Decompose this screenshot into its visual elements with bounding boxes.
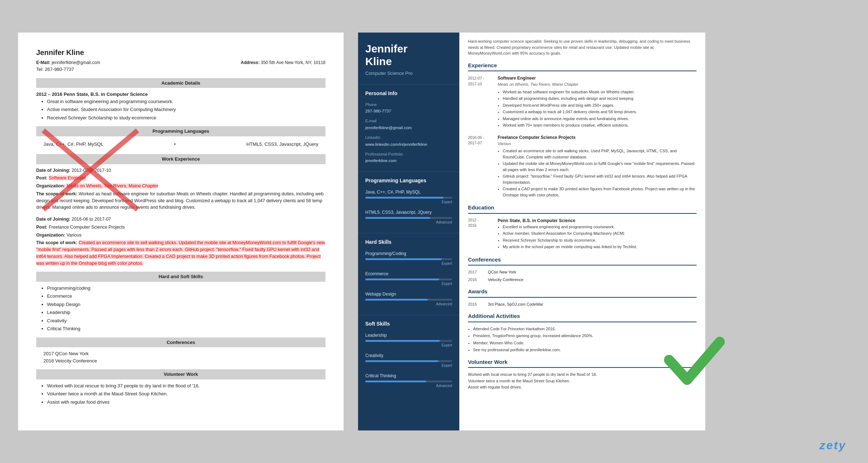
list-item: Received Schreyer Scholarship to study e… [47,114,326,122]
exp-bullets: Created an ecommerce site to sell walkin… [503,148,697,198]
portfolio-value: jenniferkline.com [365,158,452,164]
skill-bar-fill [365,197,443,199]
left-skills-title: Hard and Soft Skills [36,272,326,282]
left-contact-row: E-Mail: jenniferfkline@gmail.com Address… [36,59,326,66]
exp-title: Freelance Computer Science Projects [498,134,697,141]
exp-org: Meals on Wheels, Two Rivers, Maine Chapt… [498,81,697,88]
list-item: Customized a webapp to track all 1,047 d… [503,109,697,115]
conf-item: 2016 Velocity Conference [468,277,697,283]
exp-dates: 2012-07 -2017-10 [468,75,493,129]
right-name: JenniferKline [365,43,452,68]
skill-name: HTML5, CSS3, Javascript, JQuery [365,209,452,216]
skill-bar-bg [365,279,452,280]
skill-level: Advanced [365,220,452,225]
skill-bar-fill [365,381,426,382]
resume-left: Jennifer Kline E-Mail: jenniferfkline@gm… [18,33,344,430]
volunteer-section-title: Volunteer Work [468,358,697,368]
resume-main-content: Hard-working computer science specialist… [459,33,705,430]
soft-skills-title: Soft Skills [365,320,452,328]
skill-level: Advanced [365,383,452,388]
list-item: Volunteer twice a month at the Maud Stre… [47,390,326,398]
skill-level: Expert [365,261,452,266]
resume-sidebar: JenniferKline Computer Science Pro Perso… [358,33,459,430]
list-item: Great in software engineering and progra… [47,98,326,105]
skill-bar-fill [365,258,442,260]
skill-bar-bg [365,381,452,382]
skill-name: Leadership [365,332,452,339]
left-academic-title: Academic Details [36,78,326,88]
left-lang-title: Programming Languages [36,126,326,136]
left-volunteer-list: Worked with local rescue to bring 37 peo… [47,382,326,406]
sidebar-hard-skills: Hard Skills Programming/Coding Expert Ec… [358,233,459,315]
list-item: Critical Thinking [47,325,326,332]
list-item: Active member, Student Association for C… [503,230,697,237]
skill-level: Expert [365,281,452,286]
left-header: Jennifer Kline E-Mail: jenniferfkline@gm… [36,47,326,73]
list-item: Creativity [47,317,326,324]
resume-right: JenniferKline Computer Science Pro Perso… [358,33,705,430]
skill-name: Webapp Design [365,291,452,297]
skill-row: Java, C++, C#, PHP, MySQL Expert [365,189,452,205]
list-item: My article in the school paper on mobile… [503,244,697,250]
exp-bullets: Worked as head software engineer for sub… [503,89,697,128]
skill-row: HTML5, CSS3, Javascript, JQuery Advanced [365,209,452,225]
exp-details: Software Engineer Meals on Wheels, Two R… [498,75,697,129]
skill-level: Advanced [365,301,452,307]
list-item: Webapp Design [47,301,326,308]
exp-item-2: 2016-06 -2017-07 Freelance Computer Scie… [468,134,697,199]
summary-text: Hard-working computer science specialist… [468,38,697,56]
awards-section-title: Awards [468,288,697,298]
portfolio-label: Professional Portfolio [365,151,452,157]
list-item: See my professional portfolio at jennife… [473,347,697,353]
education-section-title: Education [468,204,697,214]
list-item: Handled all programming duties, includin… [503,95,697,102]
list-item: 2016 Velocity Conference [43,357,326,365]
list-item: Received Schreyer Scholarship to study e… [503,237,697,243]
skill-bar-fill [365,217,430,219]
left-email: E-Mail: jenniferfkline@gmail.com [36,59,100,66]
left-work2: Date of Joining: 2016-06 to 2017-07 Post… [36,216,326,267]
right-title: Computer Science Pro [365,70,452,77]
skill-name: Java, C++, C#, PHP, MySQL [365,189,452,195]
skill-bar-bg [365,217,452,219]
list-item: Excelled in software engineering and pro… [503,224,697,230]
left-address: Address: 350 5th Ave New York, NY, 10118 [241,59,326,66]
skill-row: Programming/Coding Expert [365,250,452,266]
skill-row: Critical Thinking Advanced [365,373,452,388]
skill-row: Creativity Expert [365,352,452,368]
skill-bar-bg [365,360,452,362]
list-item: Developed front-end WordPress site and b… [503,102,697,109]
skill-bar-bg [365,340,452,342]
linkedin-label: LinkedIn [365,135,452,141]
sidebar-soft-skills: Soft Skills Leadership Expert Creativity… [358,315,459,396]
left-conferences: 2017 QCon New York 2016 Velocity Confere… [36,350,326,364]
skill-name: Programming/Coding [365,250,452,257]
list-item: Worked with local rescue to bring 37 peo… [47,382,326,390]
list-item: 2017 QCon New York [43,350,326,357]
skill-bar-fill [365,299,428,301]
page-container: Jennifer Kline E-Mail: jenniferfkline@gm… [18,33,850,430]
skill-level: Expert [365,343,452,348]
skill-bar-bg [365,258,452,260]
award-year: 2016 [468,301,481,307]
experience-section-title: Experience [468,61,697,72]
additional-section-title: Additional Activities [468,312,697,322]
skill-level: Expert [365,199,452,205]
edu-item: 2012 -2016 Penn State, B.S. in Computer … [468,217,697,251]
email-value: jenniferfkline@gmail.com [365,125,452,131]
left-work1: Date of Joining: 2012-07 to 2017-10 Post… [36,167,326,211]
list-item: Attended Code For Princeton Hackathon 20… [473,326,697,332]
skill-bar-fill [365,360,438,362]
list-item: GitHub project: "tensorflow." Fixed faul… [503,173,697,185]
conferences-section-title: Conferences [468,256,697,266]
additional-list: Attended Code For Princeton Hackathon 20… [473,326,697,353]
left-phone: Tel: 267-980-7737 [36,66,326,73]
left-education-list: Great in software engineering and progra… [47,98,326,122]
edu-dates: 2012 -2016 [468,217,493,251]
list-item: Created an ecommerce site to sell walkin… [503,148,697,160]
left-work-title: Work Experience [36,154,326,164]
zety-watermark: zety [820,439,846,452]
left-education: 2012 – 2016 Penn State, B.S. in Computer… [36,91,326,121]
list-item: Updated the mobile site at MoneyMoneyWor… [503,161,697,173]
phone-label: Phone [365,102,452,108]
